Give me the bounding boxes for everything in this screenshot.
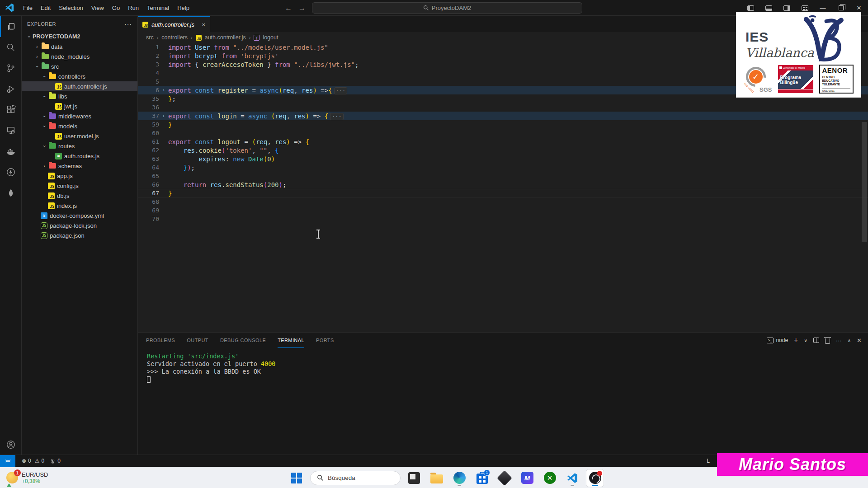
- fold-chevron-icon[interactable]: ›: [159, 113, 168, 118]
- tree-item-index-js[interactable]: JSindex.js: [22, 201, 137, 211]
- code-line-67[interactable]: 67}: [138, 189, 868, 197]
- tree-item-node-modules[interactable]: ›node_modules: [22, 52, 137, 61]
- line-number[interactable]: 6: [138, 87, 159, 94]
- taskbar-app-obs[interactable]: [586, 469, 604, 487]
- line-number[interactable]: 36: [138, 104, 159, 111]
- account-icon[interactable]: [0, 434, 22, 455]
- panel-tab-terminal[interactable]: TERMINAL: [278, 333, 304, 348]
- code-line-64[interactable]: 64 });: [138, 163, 868, 172]
- tree-item-data[interactable]: ›data: [22, 42, 137, 52]
- code-line-63[interactable]: 63 expires: new Date(0): [138, 155, 868, 163]
- line-number[interactable]: 4: [138, 70, 159, 76]
- taskbar-widget[interactable]: 1 EUR/USD +0,38%: [0, 467, 55, 488]
- taskbar-app-file-explorer[interactable]: [428, 469, 446, 487]
- taskbar-app-edge[interactable]: [450, 469, 468, 487]
- start-button[interactable]: [288, 469, 306, 487]
- panel-tab-debug-console[interactable]: DEBUG CONSOLE: [220, 333, 266, 348]
- terminal-dropdown-icon[interactable]: ∨: [804, 338, 807, 343]
- line-number[interactable]: 64: [138, 164, 159, 171]
- line-number[interactable]: 70: [138, 216, 159, 222]
- taskbar-search[interactable]: Búsqueda: [310, 471, 401, 485]
- line-number[interactable]: 68: [138, 198, 159, 205]
- breadcrumb-file[interactable]: auth.controller.js: [205, 34, 246, 41]
- line-number[interactable]: 69: [138, 207, 159, 214]
- editor-scrollbar[interactable]: [862, 122, 867, 242]
- code-line-66[interactable]: 66 return res.sendStatus(200);: [138, 180, 868, 189]
- line-number[interactable]: 63: [138, 155, 159, 162]
- panel-tab-ports[interactable]: PORTS: [316, 333, 334, 348]
- kill-terminal-icon[interactable]: [825, 338, 830, 344]
- tree-item-docker-compose-yml[interactable]: ≋docker-compose.yml: [22, 211, 137, 221]
- tree-item-libs[interactable]: ›libs: [22, 91, 137, 101]
- panel-more-actions-icon[interactable]: ···: [836, 337, 842, 344]
- code-line-65[interactable]: 65: [138, 172, 868, 180]
- tree-item-auth-controller-js[interactable]: JSauth.controller.js: [22, 81, 137, 91]
- tree-item-src[interactable]: ›src: [22, 61, 137, 71]
- code-line-68[interactable]: 68: [138, 197, 868, 206]
- remote-explorer-icon[interactable]: [0, 120, 22, 141]
- tree-item-schemas[interactable]: ›schemas: [22, 161, 137, 171]
- line-number[interactable]: 1: [138, 44, 159, 51]
- source-control-icon[interactable]: [0, 58, 22, 79]
- line-number[interactable]: 37: [138, 113, 159, 119]
- taskbar-app-store[interactable]: 1: [473, 469, 491, 487]
- menu-selection[interactable]: Selection: [55, 0, 87, 16]
- code-line-60[interactable]: 60: [138, 129, 868, 137]
- line-number[interactable]: 2: [138, 52, 159, 59]
- line-number[interactable]: 67: [138, 190, 159, 197]
- taskbar-app-m[interactable]: M: [518, 469, 536, 487]
- tree-item-config-js[interactable]: JSconfig.js: [22, 181, 137, 191]
- code-line-69[interactable]: 69: [138, 206, 868, 215]
- tree-item-app-js[interactable]: JSapp.js: [22, 171, 137, 181]
- panel-close-icon[interactable]: ✕: [857, 337, 862, 344]
- breadcrumb-controllers[interactable]: controllers: [161, 34, 188, 41]
- explorer-more-actions-icon[interactable]: ···: [124, 20, 132, 28]
- extensions-icon[interactable]: [0, 99, 22, 120]
- tree-item-jwt-js[interactable]: JSjwt.js: [22, 101, 137, 111]
- breadcrumb-symbol-logout[interactable]: logout: [263, 34, 278, 41]
- tree-item-package-lock-json[interactable]: JSpackage-lock.json: [22, 221, 137, 230]
- terminal-output[interactable]: Restarting 'src/index.js'Servidor activa…: [138, 348, 868, 383]
- line-number[interactable]: 61: [138, 138, 159, 145]
- taskbar-app-screenshot[interactable]: [405, 469, 423, 487]
- line-number[interactable]: 3: [138, 61, 159, 68]
- ports-status[interactable]: 0: [47, 458, 63, 464]
- code-line-37[interactable]: 37›export const login = async (req, res)…: [138, 112, 868, 120]
- menu-file[interactable]: File: [19, 0, 37, 16]
- code-line-70[interactable]: 70: [138, 215, 868, 223]
- menu-go[interactable]: Go: [108, 0, 124, 16]
- remote-indicator[interactable]: ><: [0, 455, 15, 467]
- breadcrumb-src[interactable]: src: [146, 34, 154, 41]
- code-line-61[interactable]: 61export const logout = (req, res) => {: [138, 137, 868, 146]
- docker-icon[interactable]: [0, 141, 22, 162]
- code-line-59[interactable]: 59}: [138, 120, 868, 129]
- taskbar-app-vscode[interactable]: [563, 469, 581, 487]
- tree-item-db-js[interactable]: JSdb.js: [22, 191, 137, 201]
- line-number[interactable]: 59: [138, 121, 159, 128]
- menu-view[interactable]: View: [87, 0, 108, 16]
- nav-forward-icon[interactable]: →: [298, 4, 306, 12]
- code-line-62[interactable]: 62 res.cookie('token', "", {: [138, 146, 868, 155]
- line-number[interactable]: 65: [138, 173, 159, 179]
- tree-item-package-json[interactable]: JSpackage.json: [22, 230, 137, 240]
- line-number[interactable]: 60: [138, 130, 159, 136]
- tree-root-proyectodam2[interactable]: › PROYECTODAM2: [22, 32, 137, 42]
- nav-back-icon[interactable]: ←: [285, 4, 292, 12]
- line-number[interactable]: 66: [138, 181, 159, 188]
- line-number[interactable]: 62: [138, 147, 159, 154]
- taskbar-app-xbox[interactable]: ✕: [541, 469, 559, 487]
- tab-auth-controller[interactable]: JS auth.controller.js ×: [138, 16, 210, 32]
- tree-item-user-model-js[interactable]: JSuser.model.js: [22, 131, 137, 141]
- code-line-36[interactable]: 36: [138, 103, 868, 112]
- menu-edit[interactable]: Edit: [37, 0, 55, 16]
- line-number[interactable]: 5: [138, 78, 159, 85]
- tree-item-middlewares[interactable]: ›middlewares: [22, 111, 137, 121]
- menu-terminal[interactable]: Terminal: [143, 0, 173, 16]
- split-terminal-icon[interactable]: [813, 338, 819, 343]
- tree-item-controllers[interactable]: ›controllers: [22, 71, 137, 81]
- cursor-position-status[interactable]: L: [704, 458, 712, 464]
- thunder-client-icon[interactable]: [0, 162, 22, 183]
- explorer-icon[interactable]: [0, 16, 22, 37]
- tree-item-auth-routes-js[interactable]: ⇄auth.routes.js: [22, 151, 137, 161]
- menu-help[interactable]: Help: [173, 0, 193, 16]
